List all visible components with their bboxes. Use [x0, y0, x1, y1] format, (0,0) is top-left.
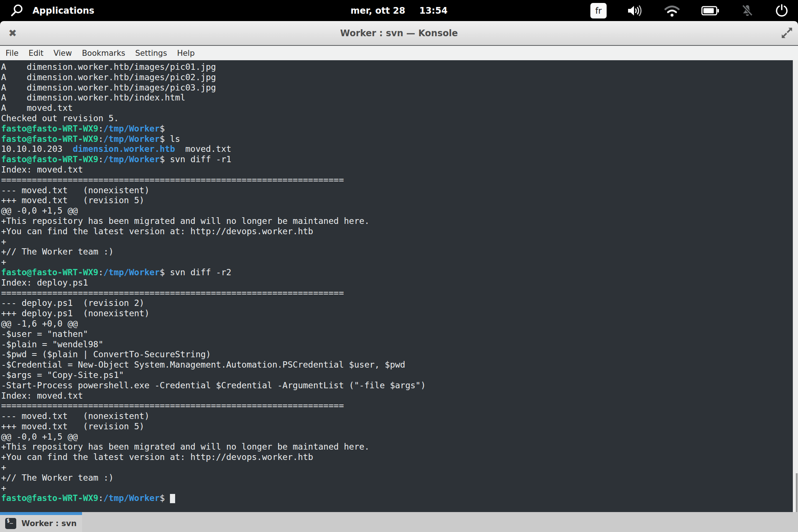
tab-bar: $_ Worker : svn	[0, 512, 798, 532]
menu-edit[interactable]: Edit	[27, 48, 45, 58]
terminal-line: @@ -1,6 +0,0 @@	[1, 319, 798, 329]
scrollbar-track[interactable]	[793, 60, 798, 512]
terminal-line: ========================================…	[1, 401, 798, 411]
terminal-line: A dimension.worker.htb/images/pic01.jpg	[1, 62, 798, 72]
terminal-line: Index: moved.txt	[1, 165, 798, 175]
volume-icon[interactable]	[627, 4, 643, 17]
menu-help[interactable]: Help	[175, 48, 196, 58]
terminal-cursor	[170, 494, 175, 503]
terminal-line: +	[1, 463, 798, 473]
terminal-line: +This repository has been migrated and w…	[1, 442, 798, 452]
terminal-line: fasto@fasto-WRT-WX9:/tmp/Worker$	[1, 493, 798, 504]
terminal-line: +You can find the latest version at: htt…	[1, 226, 798, 237]
terminal-line: fasto@fasto-WRT-WX9:/tmp/Worker$ svn dif…	[1, 154, 798, 165]
terminal-line: -Start-Process powershell.exe -Credentia…	[1, 381, 798, 391]
terminal-line: ========================================…	[1, 175, 798, 185]
terminal-line: A moved.txt	[1, 103, 798, 113]
terminal-line: A dimension.worker.htb/index.html	[1, 93, 798, 103]
terminal-line: fasto@fasto-WRT-WX9:/tmp/Worker$ svn dif…	[1, 267, 798, 278]
menu-file[interactable]: File	[4, 48, 20, 58]
window-title: Worker : svn — Konsole	[0, 21, 798, 45]
terminal-tab-icon: $_	[5, 518, 16, 529]
top-panel: Applications mer, ott 28 13:54 fr	[0, 0, 798, 21]
terminal-line: +This repository has been migrated and w…	[1, 216, 798, 226]
terminal-line: @@ -0,0 +1,5 @@	[1, 206, 798, 216]
terminal-line: ========================================…	[1, 288, 798, 299]
wifi-icon[interactable]	[664, 4, 681, 17]
menu-bar: File Edit View Bookmarks Settings Help	[0, 46, 798, 60]
system-tray: fr	[570, 0, 788, 21]
tab-label: Worker : svn	[21, 515, 76, 532]
terminal-line: +++ moved.txt (revision 5)	[1, 422, 798, 432]
terminal-line: --- deploy.ps1 (revision 2)	[1, 298, 798, 308]
search-icon[interactable]	[10, 4, 24, 18]
terminal-line: fasto@fasto-WRT-WX9:/tmp/Worker$ ls	[1, 134, 798, 144]
terminal-line: -$args = "Copy-Site.ps1"	[1, 370, 798, 381]
terminal-line: @@ -0,0 +1,5 @@	[1, 432, 798, 442]
keyboard-layout-indicator[interactable]: fr	[590, 3, 607, 18]
window-titlebar: ✖ Worker : svn — Konsole	[0, 21, 798, 45]
terminal-line: -$Credential = New-Object System.Managem…	[1, 360, 798, 370]
power-icon[interactable]	[775, 4, 788, 17]
terminal-line: -$user = "nathen"	[1, 329, 798, 340]
terminal-line: Index: moved.txt	[1, 391, 798, 401]
terminal-line: -$pwd = ($plain | ConvertTo-SecureString…	[1, 349, 798, 360]
terminal-line: 10.10.10.203 dimension.worker.htb moved.…	[1, 144, 798, 154]
clock-date: mer, ott 28	[351, 6, 405, 16]
scrollbar-thumb[interactable]	[796, 473, 798, 512]
maximize-icon[interactable]	[780, 26, 794, 40]
battery-icon[interactable]	[701, 6, 720, 16]
tab-worker-svn[interactable]: $_ Worker : svn	[0, 512, 82, 532]
clock-time: 13:54	[419, 6, 447, 16]
terminal-line: -$plain = "wendel98"	[1, 340, 798, 350]
terminal-line: +++ moved.txt (revision 5)	[1, 195, 798, 206]
applications-menu-button[interactable]: Applications	[33, 6, 94, 16]
terminal-line: Checked out revision 5.	[1, 113, 798, 124]
terminal-line: Index: deploy.ps1	[1, 278, 798, 288]
menu-view[interactable]: View	[52, 48, 74, 58]
notifications-muted-icon[interactable]	[740, 4, 754, 18]
terminal-line: +++ deploy.ps1 (nonexistent)	[1, 308, 798, 319]
terminal-text: A dimension.worker.htb/images/pic01.jpgA…	[0, 60, 798, 504]
menu-settings[interactable]: Settings	[134, 48, 168, 58]
active-tab-indicator	[0, 512, 82, 515]
terminal-line: A dimension.worker.htb/images/pic03.jpg	[1, 83, 798, 93]
terminal-line: --- moved.txt (nonexistent)	[1, 185, 798, 196]
terminal-line: +	[1, 237, 798, 247]
terminal-line: fasto@fasto-WRT-WX9:/tmp/Worker$	[1, 124, 798, 134]
terminal-line: +// The Worker team :)	[1, 473, 798, 483]
terminal-output[interactable]: A dimension.worker.htb/images/pic01.jpgA…	[0, 60, 798, 512]
terminal-line: +	[1, 257, 798, 267]
terminal-line: --- moved.txt (nonexistent)	[1, 411, 798, 422]
terminal-line: +	[1, 483, 798, 494]
terminal-line: +// The Worker team :)	[1, 247, 798, 257]
menu-bookmarks[interactable]: Bookmarks	[81, 48, 127, 58]
clock[interactable]: mer, ott 28 13:54	[351, 0, 448, 21]
terminal-line: A dimension.worker.htb/images/pic02.jpg	[1, 72, 798, 83]
terminal-line: +You can find the latest version at: htt…	[1, 452, 798, 463]
